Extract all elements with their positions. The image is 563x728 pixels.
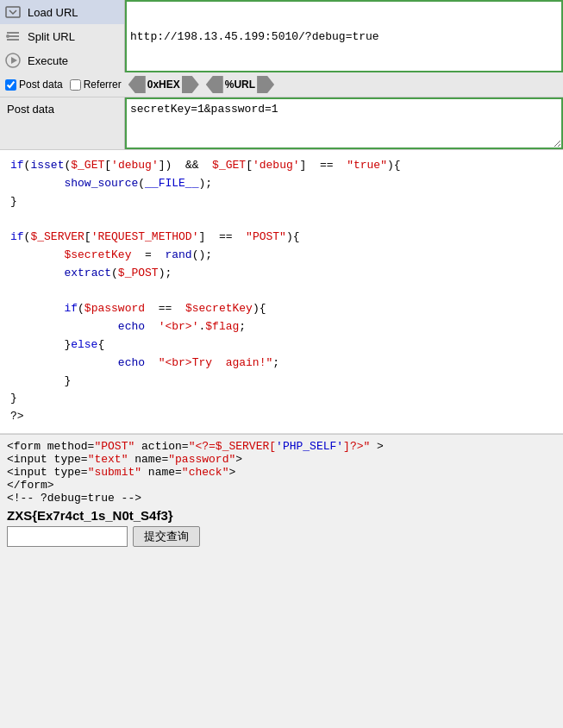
svg-marker-6 [11,57,17,64]
execute-label: Execute [28,54,68,67]
post-data-section: Post data secretKey=1&password=1 [0,97,563,150]
split-url-icon [3,27,22,46]
flag-line: ZXS{Ex7r4ct_1s_N0t_S4f3} [7,508,556,523]
bottom-area: <form method="POST" action="<?=$_SERVER[… [0,434,563,552]
execute-button[interactable]: Execute [0,48,124,72]
post-data-checkbox-label[interactable]: Post data [5,78,63,91]
url-arrow-left [206,76,223,93]
load-url-button[interactable]: Load URL [0,0,124,24]
submit-row: 提交查询 [7,526,556,547]
split-url-label: Split URL [28,30,75,43]
submit-button[interactable]: 提交查询 [133,526,200,547]
toolbar: Load URL Split URL Execute [0,0,125,72]
hex-arrow-left [128,76,146,93]
referrer-checkbox[interactable] [70,79,81,91]
url-section: Load URL Split URL Execute [0,0,563,72]
html-input1-line: <input type="text" name="password"> [7,453,556,466]
load-url-icon [3,3,22,22]
url-pct-label: %URL [225,78,255,91]
html-close-line: </form> [7,479,556,492]
post-data-label: Post data [0,97,125,149]
post-data-option-label: Post data [19,78,63,91]
hex-arrows[interactable]: 0xHEX [128,76,199,93]
split-url-button[interactable]: Split URL [0,24,124,48]
post-data-input[interactable]: secretKey=1&password=1 [125,97,563,149]
url-arrows[interactable]: %URL [206,76,274,93]
load-url-label: Load URL [28,6,78,19]
post-data-checkbox[interactable] [5,79,16,91]
submit-text-input[interactable] [7,526,128,547]
referrer-option-label: Referrer [84,78,122,91]
url-arrow-right [257,76,274,93]
url-input[interactable] [125,0,563,72]
html-input2-line: <input type="submit" name="check"> [7,466,556,479]
referrer-checkbox-label[interactable]: Referrer [70,78,122,91]
options-bar: Post data Referrer 0xHEX %URL [0,72,563,97]
code-display: if(isset($_GET['debug']) && $_GET['debug… [0,150,563,434]
svg-point-4 [6,35,9,38]
hex-arrow-right [182,76,199,93]
html-comment-line: <!-- ?debug=true --> [7,492,556,505]
execute-icon [3,51,22,70]
html-form-line: <form method="POST" action="<?=$_SERVER[… [7,440,556,453]
svg-rect-0 [6,7,20,17]
hex-label: 0xHEX [147,78,180,91]
